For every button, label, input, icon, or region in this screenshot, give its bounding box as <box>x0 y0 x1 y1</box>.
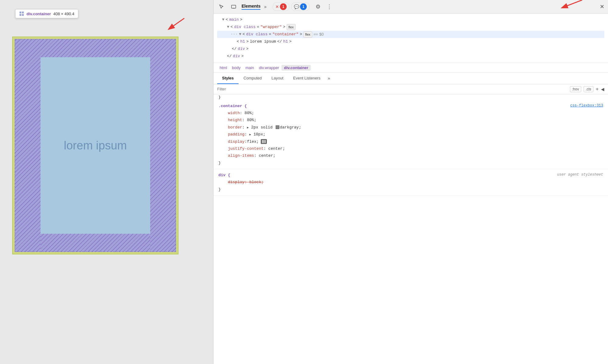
svg-rect-1 <box>22 12 24 13</box>
dom-div-close-2[interactable]: </div> <box>217 53 604 60</box>
add-style-button[interactable]: + <box>596 86 599 92</box>
element-icon <box>19 11 24 16</box>
css-prop-padding[interactable]: padding: ▶ 10px; <box>218 131 603 138</box>
breadcrumb-wrapper[interactable]: div.wrapper <box>256 65 281 71</box>
more-tabs-button[interactable]: » <box>264 4 267 9</box>
rule-close-div: } <box>218 186 603 193</box>
dom-main-row[interactable]: ▼ <main> <box>217 16 604 23</box>
breadcrumb-body[interactable]: body <box>230 65 243 71</box>
prev-rule-close: } <box>214 94 608 100</box>
tab-event-listeners[interactable]: Event Listeners <box>288 73 325 84</box>
lorem-text: lorem ipsum <box>64 139 127 152</box>
rule-selector-div[interactable]: div { <box>218 172 230 179</box>
rule-header-div: div { user agent stylesheet <box>218 172 603 179</box>
elements-tab[interactable]: Elements <box>242 4 260 10</box>
breadcrumb-container[interactable]: div.container <box>281 65 311 71</box>
viewport-panel: div.container 408 × 490.4 <box>0 0 213 364</box>
div-rule: div { user agent stylesheet display: blo… <box>214 169 608 196</box>
flex-layout-icon[interactable] <box>261 139 267 144</box>
rule-close-container: } <box>218 159 603 166</box>
devtools-panel: Elements » ✕ 1 💬 1 ⚙ ⋮ ✕ ▼ <main> ▼ <div… <box>213 0 608 364</box>
svg-rect-8 <box>265 140 266 143</box>
tooltip-dimensions: 408 × 490.4 <box>53 12 74 16</box>
error-badge[interactable]: 1 <box>280 3 287 10</box>
tab-more-button[interactable]: » <box>325 73 333 84</box>
filter-actions: :hov .cls + ◀ <box>570 86 604 92</box>
svg-rect-3 <box>22 14 24 16</box>
svg-rect-5 <box>233 8 235 9</box>
rule-header-container: .container { css-flexbox:313 <box>218 103 603 110</box>
rule-source-container[interactable]: css-flexbox:313 <box>570 103 603 109</box>
svg-rect-2 <box>19 14 21 16</box>
toggle-style-button[interactable]: ◀ <box>601 87 604 92</box>
close-devtools-button[interactable]: ✕ <box>600 3 604 10</box>
equals-sign: == <box>313 31 318 38</box>
red-arrow-1 <box>163 15 187 33</box>
dom-container-row[interactable]: ··· ▼ <div class="container" > flex == $… <box>217 31 604 38</box>
hov-button[interactable]: :hov <box>570 86 581 92</box>
css-prop-height[interactable]: height: 80%; <box>218 117 603 124</box>
filter-input[interactable] <box>217 87 567 91</box>
flex-badge-container: flex <box>303 31 312 38</box>
container-visual: lorem ipsum <box>15 39 176 252</box>
tab-bar: Styles Computed Layout Event Listeners » <box>214 73 608 84</box>
breadcrumb-html[interactable]: html <box>217 65 230 71</box>
css-prop-border[interactable]: border: ▶ 2px solid darkgray; <box>218 124 603 131</box>
tab-layout[interactable]: Layout <box>267 73 288 84</box>
message-badge[interactable]: 1 <box>300 3 307 10</box>
container-rule: .container { css-flexbox:313 width: 80%;… <box>214 100 608 170</box>
device-toggle-button[interactable] <box>229 2 238 11</box>
element-tooltip: div.container 408 × 490.4 <box>15 9 78 18</box>
dollar-zero: $0 <box>319 31 323 38</box>
css-prop-align-items[interactable]: align-items: center; <box>218 152 603 159</box>
breadcrumb-bar: html body main div.wrapper div.container <box>214 63 608 73</box>
more-options-button[interactable]: ⋮ <box>327 3 332 10</box>
dom-wrapper-row[interactable]: ▼ <div class="wrapper" > flex <box>217 23 604 31</box>
tooltip-element-name: div.container <box>27 12 51 16</box>
css-prop-width[interactable]: width: 80%; <box>218 110 603 117</box>
styles-panel: :hov .cls + ◀ } .container { css-flexbox… <box>214 84 608 364</box>
dom-h1-row[interactable]: <h1>lorem ipsum</h1> <box>217 38 604 45</box>
filter-bar: :hov .cls + ◀ <box>214 84 608 94</box>
css-prop-justify-content[interactable]: justify-content: center; <box>218 145 603 152</box>
devtools-header: Elements » ✕ 1 💬 1 ⚙ ⋮ ✕ <box>214 0 608 14</box>
cls-button[interactable]: .cls <box>584 86 593 92</box>
color-swatch-darkgray[interactable] <box>276 125 279 129</box>
dom-tree: ▼ <main> ▼ <div class="wrapper" > flex ·… <box>214 14 608 63</box>
css-prop-display[interactable]: display: flex; <box>218 138 603 145</box>
dom-div-close-1[interactable]: </div> <box>217 45 604 53</box>
settings-button[interactable]: ⚙ <box>316 3 320 10</box>
rule-selector-container[interactable]: .container { <box>218 103 247 110</box>
tab-computed[interactable]: Computed <box>239 73 267 84</box>
svg-rect-7 <box>263 140 264 143</box>
inspect-tool-button[interactable] <box>217 2 226 11</box>
flex-badge-wrapper: flex <box>287 24 295 30</box>
css-prop-display-block[interactable]: display: block; <box>218 179 603 186</box>
svg-rect-0 <box>19 12 21 13</box>
rule-source-div: user agent stylesheet <box>557 172 603 178</box>
svg-rect-4 <box>232 5 236 8</box>
svg-rect-6 <box>262 140 263 143</box>
tab-styles[interactable]: Styles <box>217 73 239 84</box>
breadcrumb-main[interactable]: main <box>243 65 256 71</box>
